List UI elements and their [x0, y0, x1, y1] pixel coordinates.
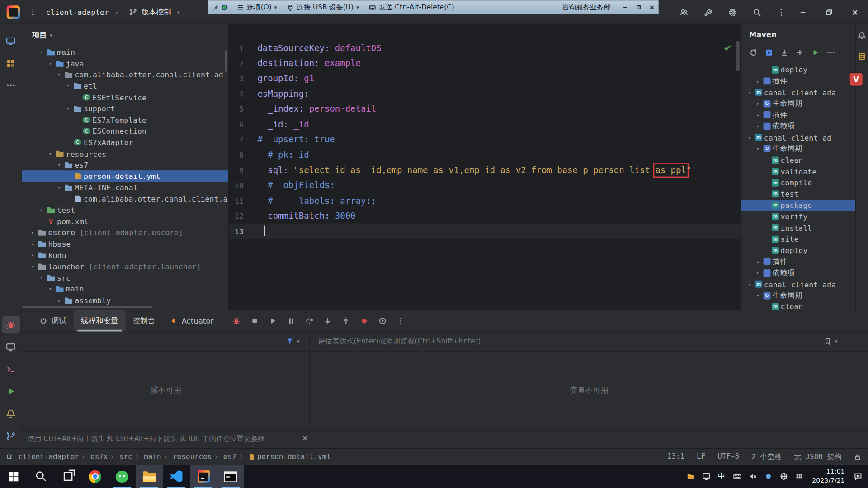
tray-display-icon[interactable] [701, 472, 711, 481]
chevron-icon[interactable] [55, 296, 63, 304]
maven-item[interactable]: 生命周期 [741, 143, 855, 155]
more-icon[interactable] [395, 315, 406, 326]
breadcrumb-item[interactable]: person-detail.yml [237, 453, 332, 461]
tray-app-icon[interactable] [686, 472, 695, 481]
chevron-icon[interactable] [64, 105, 72, 113]
editor-line[interactable]: 7 # upsert: true [229, 132, 741, 147]
messenger-icon[interactable] [764, 472, 773, 481]
tree-item[interactable]: pom.xml [22, 216, 228, 227]
chevron-icon[interactable] [754, 77, 762, 85]
execute-icon[interactable] [764, 48, 774, 57]
maven-item[interactable]: clean [741, 155, 855, 166]
tree-item[interactable]: ES7xAdapter [22, 137, 228, 148]
frames-pane[interactable]: 帧不可用 [22, 352, 310, 430]
maven-item[interactable]: test [741, 188, 855, 200]
maven-item[interactable]: canal client ada [741, 87, 855, 98]
keyboard-icon[interactable] [732, 472, 742, 481]
chevron-icon[interactable] [754, 111, 762, 119]
chevron-icon[interactable] [47, 60, 54, 67]
inspections-ok-icon[interactable] [723, 43, 732, 52]
chevron-icon[interactable] [745, 280, 753, 288]
editor-line[interactable]: 1 dataSourceKey: defaultDS [229, 40, 741, 56]
main-menu-icon[interactable] [24, 4, 41, 20]
line-separator[interactable]: LF [697, 452, 705, 462]
tools-icon[interactable] [700, 4, 717, 21]
network-icon[interactable] [779, 472, 788, 481]
view-breakpoints-icon[interactable] [377, 315, 387, 326]
maven-item[interactable]: canal client ada [741, 278, 855, 290]
tree-item[interactable]: com.alibaba.otter.canal.client.a [22, 193, 228, 204]
ime-icon[interactable]: 中 [717, 472, 726, 481]
chevron-icon[interactable] [29, 240, 37, 248]
download-sources-icon[interactable] [780, 48, 789, 57]
tree-item[interactable]: launcher [client-adapter.launcher] [22, 261, 228, 272]
services-icon[interactable] [2, 338, 19, 356]
chevron-icon[interactable] [55, 183, 63, 191]
maven-item[interactable]: install [741, 222, 855, 234]
send-cad-button[interactable]: 发送 Ctrl-Alt-Delete(C) [364, 0, 459, 14]
project-widget[interactable]: client-adapter [41, 4, 123, 20]
clock[interactable]: 11:01 2023/7/21 [812, 468, 844, 485]
pin-icon[interactable] [212, 4, 219, 11]
editor-line[interactable]: 12 commitBatch: 3000 [229, 208, 741, 224]
action-center-icon[interactable] [853, 472, 863, 481]
chevron-icon[interactable] [55, 71, 63, 79]
options-menu[interactable]: 选项(O) [232, 0, 282, 14]
editor-line[interactable]: 5 _index: person-detail [229, 102, 741, 117]
sync-icon[interactable] [749, 48, 758, 57]
chevron-icon[interactable] [754, 269, 762, 277]
tree-item[interactable]: support [22, 103, 228, 114]
remote-close-button[interactable] [645, 0, 658, 14]
maven-item[interactable]: 生命周期 [741, 98, 855, 109]
editor-line[interactable]: 3 groupId: g1 [229, 71, 741, 86]
filter-icon[interactable] [286, 337, 294, 345]
chevron-icon[interactable] [754, 291, 762, 299]
editor-line[interactable]: 9 sql: "select id as _id,emp_name as v1,… [229, 163, 741, 178]
usb-menu[interactable]: 连接 USB 设备(U) [282, 0, 363, 14]
minimize-button[interactable] [790, 0, 816, 24]
close-button[interactable] [842, 0, 868, 24]
chevron-icon[interactable] [55, 161, 63, 169]
maven-item[interactable]: verify [741, 211, 855, 222]
chevron-icon[interactable] [754, 258, 762, 265]
record-icon[interactable] [359, 315, 369, 326]
start-button[interactable] [0, 465, 27, 488]
collaborate-icon[interactable] [675, 4, 692, 21]
rerun-debug-icon[interactable] [231, 315, 241, 326]
maven-item[interactable]: 插件 [741, 109, 855, 121]
tab-threads-variables[interactable]: 线程和变量 [74, 310, 125, 331]
volume-muted-icon[interactable] [748, 472, 757, 481]
breadcrumb-item[interactable]: es7x [80, 453, 109, 461]
chevron-icon[interactable] [47, 285, 54, 293]
tab-actuator[interactable]: Actuator [162, 310, 221, 331]
tree-item[interactable]: main [22, 283, 228, 295]
editor-line[interactable]: 4 esMapping: [229, 86, 741, 102]
breadcrumb-item[interactable]: main [133, 453, 162, 461]
editor-line[interactable]: 2 destination: example [229, 56, 741, 71]
project-vertical-scrollbar[interactable] [225, 50, 227, 72]
tree-item[interactable]: main [22, 47, 228, 58]
notifications-icon[interactable] [2, 404, 19, 422]
more-icon[interactable] [2, 76, 19, 94]
tree-item[interactable]: ESConnection [22, 126, 228, 137]
tree-item[interactable]: com.alibaba.otter.canal.client.ad [22, 69, 228, 80]
editor-line[interactable]: 8 # pk: id [229, 147, 741, 163]
editor-line[interactable]: 10 # objFields: [229, 178, 741, 193]
variables-pane[interactable]: 变量不可用 [310, 352, 868, 430]
touch-keyboard-icon[interactable] [794, 472, 804, 481]
maven-item[interactable]: 插件 [741, 256, 855, 267]
plugins-icon[interactable] [724, 4, 741, 21]
terminal-icon[interactable] [2, 360, 19, 378]
chevron-icon[interactable] [754, 145, 762, 153]
terminal-icon[interactable] [217, 465, 244, 488]
maven-item[interactable]: site [741, 234, 855, 245]
json-schema[interactable]: 无 JSON 架构 [794, 452, 841, 462]
tree-item[interactable]: java [22, 58, 228, 69]
breadcrumb-item[interactable]: client-adapter [17, 453, 80, 461]
remote-minimize-button[interactable] [618, 0, 632, 14]
git-icon[interactable] [2, 427, 19, 444]
chevron-icon[interactable] [745, 134, 753, 141]
editor-area[interactable]: 1 dataSourceKey: defaultDS 2 destination… [229, 24, 741, 310]
chevron-icon[interactable] [47, 150, 54, 157]
project-icon[interactable] [2, 32, 19, 50]
